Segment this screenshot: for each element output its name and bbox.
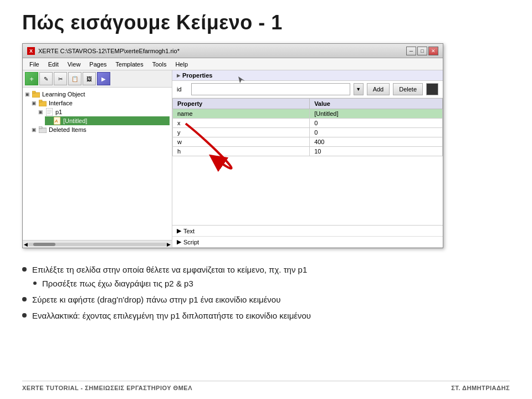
props-add-button[interactable]: Add [367,83,390,95]
bullets-section: Επιλέξτε τη σελίδα στην οποία θέλετε να … [22,264,510,381]
props-sections: ▶ Text ▶ Script [172,225,443,248]
tree-label-p1: p1 [55,109,62,115]
page-container: Πώς εισάγουμε Κείμενο - 1 X XERTE C:\STA… [0,0,532,399]
page-title: Πώς εισάγουμε Κείμενο - 1 [22,11,510,34]
tree-label-interface: Interface [49,100,73,106]
tree-label-deleted: Deleted Items [49,126,86,133]
col-value: Value [310,99,443,109]
folder-icon-lo [32,90,40,98]
table-row[interactable]: y 0 [173,128,443,137]
scroll-track [28,243,167,246]
svg-text:A: A [54,119,58,124]
menu-tools[interactable]: Tools [148,60,171,68]
bullet-item-3: Εναλλακτικά: έχοντας επιλεγμένη την p1 δ… [22,310,510,321]
titlebar-left: X XERTE C:\STAVROS-12\TEMP\xerteEfarmogh… [27,47,180,55]
menu-pages[interactable]: Pages [85,60,111,68]
svg-rect-11 [39,126,42,129]
tool-btn-2[interactable]: ✎ [39,72,53,85]
prop-name-y: y [173,128,310,137]
bullet-item-1-sub: Προσέξτε πως έχω διαγράψει τις p2 & p3 [22,278,510,289]
tool-btn-6[interactable]: ▶ [97,72,110,85]
menu-file[interactable]: File [25,60,44,68]
section-triangle-text: ▶ [177,227,181,234]
bullet-text-1-sub: Προσέξτε πως έχω διαγράψει τις p2 & p3 [42,278,510,289]
props-id-label: id [177,86,188,93]
prop-value-h: 10 [310,147,443,156]
minimize-button[interactable]: ─ [406,47,416,55]
bullet-dot-2 [22,297,27,301]
add-page-button[interactable]: + [25,72,38,85]
props-color-box[interactable] [426,83,438,95]
tree-item-p1[interactable]: ▣ p1 [38,108,170,116]
toggle-learning-object: ▣ [25,91,32,97]
tree-label-untitled: [Untitled] [63,117,87,124]
table-row[interactable]: x 0 [173,119,443,128]
footer-left-text: XERTE TUTORIAL - ΣΗΜΕΙΩΣΕΙΣ ΕΡΓΑΣΤΗΡΙΟΥ … [22,385,192,391]
props-section-text[interactable]: ▶ Text [172,226,443,237]
props-id-dropdown[interactable]: ▼ [354,83,364,95]
maximize-button[interactable]: □ [417,47,427,55]
table-row[interactable]: h 10 [173,147,443,156]
svg-rect-3 [39,100,42,102]
tool-btn-4[interactable]: 📋 [68,72,81,85]
section-triangle-script: ▶ [177,238,181,245]
prop-value-x: 0 [310,119,443,128]
tree-item-untitled[interactable]: A [Untitled] [45,116,170,125]
bullet-dot-3 [22,313,27,318]
window-controls[interactable]: ─ □ ✕ [406,47,438,55]
bullet-text-2: Σύρετε κι αφήστε (drag'n'drop) πάνω στην… [32,294,510,305]
bullet-item-2: Σύρετε κι αφήστε (drag'n'drop) πάνω στην… [22,294,510,305]
properties-header: ▶ Properties [172,70,443,81]
text-icon-untitled: A [53,117,62,125]
folder-icon-interface [38,99,47,107]
bullet-dot-1 [22,267,27,272]
bullet-text-3: Εναλλακτικά: έχοντας επιλεγμένη την p1 δ… [32,310,510,321]
page-footer: XERTE TUTORIAL - ΣΗΜΕΙΩΣΕΙΣ ΕΡΓΑΣΤΗΡΙΟΥ … [22,381,510,393]
xerte-window: X XERTE C:\STAVROS-12\TEMP\xerteEfarmogh… [22,43,443,248]
close-button[interactable]: ✕ [428,47,438,55]
tree-label-lo: Learning Object [42,91,85,98]
app-icon: X [27,47,35,55]
bullet-item-1: Επιλέξτε τη σελίδα στην οποία θέλετε να … [22,264,510,275]
window-titlebar: X XERTE C:\STAVROS-12\TEMP\xerteEfarmogh… [23,44,443,58]
prop-name-h: h [173,147,310,156]
prop-value-name: [Untitled] [310,109,443,119]
tree-toolbar: + ✎ ✂ 📋 🖼 ▶ [23,70,172,88]
toggle-interface: ▣ [32,100,38,106]
props-id-row: id ▼ Add Delete [172,81,443,98]
tree-item-interface[interactable]: ▣ Interface [32,99,170,108]
table-row[interactable]: name [Untitled] [173,109,443,119]
window-screenshot: X XERTE C:\STAVROS-12\TEMP\xerteEfarmogh… [22,43,510,258]
tree-scrollbar[interactable]: ◀ ▶ [23,240,172,248]
window-title-text: XERTE C:\STAVROS-12\TEMP\xerteEfarmogh1.… [38,48,180,54]
properties-title: Properties [182,72,212,79]
props-id-input[interactable] [191,83,350,95]
tree-item-learning-object[interactable]: ▣ Learning Object [25,90,170,99]
properties-panel: ▶ Properties id ▼ Add Delete [172,70,443,248]
scroll-left-btn[interactable]: ◀ [24,242,28,247]
svg-rect-1 [32,91,35,93]
table-row[interactable]: w 400 [173,137,443,147]
scroll-thumb[interactable] [33,243,55,246]
menu-templates[interactable]: Templates [111,60,148,68]
props-section-script[interactable]: ▶ Script [172,237,443,248]
window-body: + ✎ ✂ 📋 🖼 ▶ ▣ [23,70,443,248]
page-icon-p1 [45,108,54,116]
section-text-label: Text [183,228,195,234]
toggle-p1: ▣ [38,109,45,115]
col-property: Property [173,99,310,109]
tree-item-deleted[interactable]: ▣ Deleted Items [32,125,170,134]
toggle-deleted: ▣ [32,127,38,132]
tool-btn-5[interactable]: 🖼 [83,72,96,85]
folder-icon-deleted [38,126,47,134]
menu-view[interactable]: View [63,60,85,68]
scroll-right-btn[interactable]: ▶ [167,242,171,247]
tool-btn-3[interactable]: ✂ [54,72,67,85]
props-delete-button[interactable]: Delete [393,83,423,95]
section-script-label: Script [183,239,199,245]
menu-edit[interactable]: Edit [44,60,63,68]
prop-value-w: 400 [310,137,443,147]
prop-value-y: 0 [310,128,443,137]
menu-help[interactable]: Help [171,60,192,68]
props-triangle-icon: ▶ [177,73,180,78]
